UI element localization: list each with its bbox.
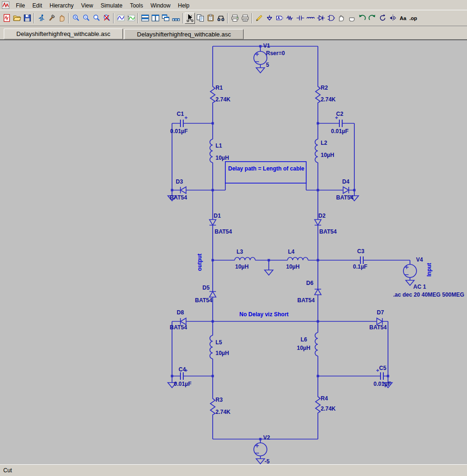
document-tab[interactable]: Delayshifterhighfreq_withcable.asc [124, 29, 244, 39]
l3-inductor[interactable] [235, 257, 255, 260]
d2-diode[interactable] [315, 220, 321, 225]
wires [172, 46, 410, 459]
copy-icon[interactable] [195, 13, 205, 24]
cut-icon[interactable] [185, 13, 195, 24]
d3-diode[interactable] [180, 187, 186, 193]
zoom-full-icon[interactable] [91, 13, 101, 24]
cascade-icon[interactable] [160, 13, 171, 24]
r3-resistor[interactable] [210, 397, 215, 416]
undo-icon[interactable] [357, 13, 367, 24]
toolbar-separator [182, 13, 183, 23]
zoom-area-icon[interactable] [71, 13, 81, 24]
c5-capacitor[interactable] [376, 369, 383, 380]
capacitor-icon[interactable] [295, 13, 305, 24]
c1-capacitor[interactable] [180, 116, 187, 127]
junction-dots [171, 45, 389, 440]
toolbar-separator [113, 13, 114, 23]
control-panel-icon[interactable] [46, 13, 57, 24]
new-schematic-icon[interactable] [1, 13, 12, 24]
d8-diode[interactable] [180, 318, 186, 325]
draw-wire-icon[interactable] [254, 13, 264, 24]
d5-diode[interactable] [209, 291, 216, 297]
spice-directive-icon[interactable]: .op [408, 13, 418, 24]
v1-source[interactable] [254, 51, 267, 64]
schematic-drawing[interactable] [0, 40, 467, 465]
menu-hierarchy[interactable]: Hierarchy [46, 1, 77, 10]
save-icon[interactable] [22, 13, 32, 24]
document-tab[interactable]: Delayshifterhighfreq_withcable.asc [4, 28, 123, 39]
tile-horizontal-icon[interactable] [140, 13, 150, 24]
menu-tools[interactable]: Tools [126, 1, 147, 10]
component-icon[interactable] [326, 13, 336, 24]
ground-icon[interactable] [264, 13, 274, 24]
d7-diode[interactable] [377, 318, 382, 325]
menu-edit[interactable]: Edit [29, 1, 46, 10]
v2-source[interactable] [254, 443, 267, 456]
toolbar-separator [68, 13, 69, 23]
c2-capacitor[interactable] [335, 116, 342, 127]
d4-diode[interactable] [343, 187, 349, 193]
d1-diode[interactable] [209, 220, 216, 225]
print-preview-icon[interactable] [230, 13, 240, 24]
toolbar: Aa.op [0, 10, 467, 26]
toolbar-separator [137, 13, 138, 23]
menu-window[interactable]: Window [147, 1, 174, 10]
zoom-fit-icon[interactable] [101, 13, 112, 24]
l1-inductor[interactable] [210, 139, 213, 163]
l2-inductor[interactable] [315, 139, 318, 163]
l5-inductor[interactable] [210, 335, 213, 359]
plot-settings-icon[interactable] [115, 13, 126, 24]
run-icon[interactable] [36, 13, 46, 24]
schematic-canvas[interactable]: V1Rser=05R12.74KR22.74KC10.01µFC20.01µFL… [0, 40, 467, 464]
toolbar-separator [227, 13, 228, 23]
print-icon[interactable] [240, 13, 250, 24]
autorange-icon[interactable] [126, 13, 136, 24]
wire-network[interactable] [172, 46, 410, 459]
arrange-icons-icon[interactable] [171, 13, 181, 24]
r1-resistor[interactable] [210, 85, 215, 104]
rotate-icon[interactable] [377, 13, 388, 24]
menu-simulate[interactable]: Simulate [97, 1, 126, 10]
c4-capacitor[interactable] [180, 369, 187, 380]
resistor-icon[interactable] [285, 13, 295, 24]
tile-vertical-icon[interactable] [150, 13, 160, 24]
menu-items: FileEditHierarchyViewSimulateToolsWindow… [12, 1, 193, 9]
paste-icon[interactable] [205, 13, 216, 24]
r2-resistor[interactable] [316, 85, 320, 104]
open-file-icon[interactable] [12, 13, 22, 24]
ltspice-app-icon [2, 1, 10, 9]
drag-icon[interactable] [346, 13, 357, 24]
menu-bar: FileEditHierarchyViewSimulateToolsWindow… [0, 0, 467, 10]
ground-symbols[interactable] [168, 68, 414, 464]
find-icon[interactable] [216, 13, 226, 24]
redo-icon[interactable] [367, 13, 377, 24]
toolbar-separator [34, 13, 35, 23]
zoom-back-icon[interactable] [81, 13, 91, 24]
menu-view[interactable]: View [77, 1, 97, 10]
inductor-icon[interactable] [305, 13, 316, 24]
move-icon[interactable] [336, 13, 346, 24]
toolbar-separator [251, 13, 252, 23]
d6-diode[interactable] [315, 289, 321, 295]
menu-file[interactable]: File [12, 1, 29, 10]
r4-resistor[interactable] [316, 395, 320, 414]
text-icon[interactable]: Aa [398, 13, 408, 24]
delay-path-box[interactable] [225, 162, 306, 183]
status-bar: Cut [0, 464, 467, 476]
diode-icon[interactable] [316, 13, 326, 24]
menu-help[interactable]: Help [174, 1, 194, 10]
status-text: Cut [3, 467, 12, 474]
halt-icon[interactable] [57, 13, 67, 24]
label-net-icon[interactable] [274, 13, 285, 24]
tab-bar: Delayshifterhighfreq_withcable.ascDelays… [0, 26, 467, 40]
l6-inductor[interactable] [315, 333, 318, 356]
mirror-icon[interactable] [388, 13, 398, 24]
v4-source[interactable] [403, 264, 417, 277]
l4-inductor[interactable] [287, 257, 308, 260]
c3-capacitor[interactable] [360, 256, 363, 264]
